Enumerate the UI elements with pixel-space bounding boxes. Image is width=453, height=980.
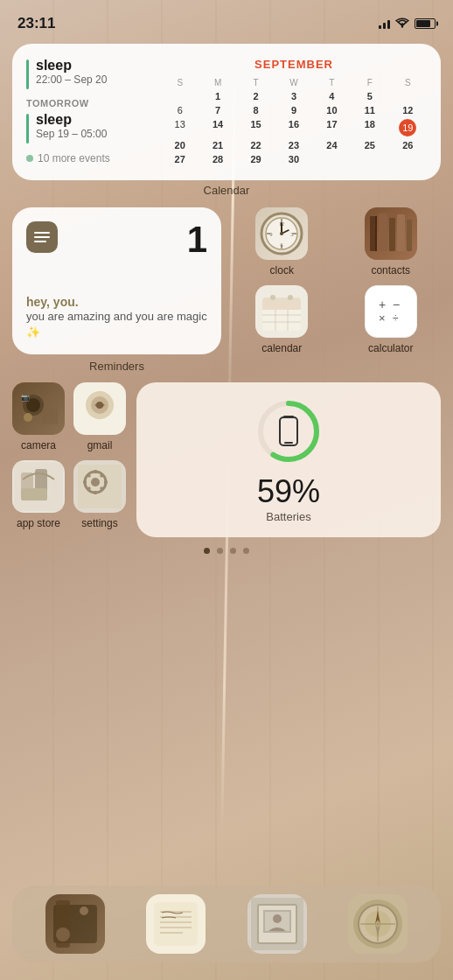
dock-phone[interactable] (45, 894, 105, 954)
page-dot-4[interactable] (243, 548, 249, 554)
right-col-apps: 12 3 6 9 clock (232, 207, 441, 354)
svg-rect-63 (283, 416, 294, 417)
row3-section: 📷 camera (12, 382, 441, 537)
svg-rect-61 (280, 417, 297, 445)
svg-text:9: 9 (270, 232, 273, 237)
page-dot-2[interactable] (217, 548, 223, 554)
status-bar: 23:11 (0, 0, 453, 38)
calendar-widget[interactable]: sleep 22:00 – Sep 20 TOMORROW sleep Sep … (12, 44, 441, 180)
app-row-top: 12 3 6 9 clock (232, 207, 441, 276)
svg-text:📷: 📷 (21, 393, 30, 402)
gmail-label: gmail (87, 439, 113, 452)
svg-point-0 (401, 25, 403, 27)
contacts-label: contacts (371, 264, 410, 276)
mini-calendar: SEPTEMBER S M T W T F S · 1 2 3 4 5 · 6 (161, 58, 427, 166)
clock-face-wrap: 12 3 6 9 (255, 207, 308, 260)
svg-rect-68 (154, 902, 198, 946)
signal-bar-1 (379, 25, 381, 29)
right-col-spacer (232, 358, 441, 374)
settings-icon-img (73, 460, 126, 513)
svg-point-50 (91, 478, 100, 486)
contacts-app[interactable]: contacts (341, 207, 442, 276)
reminders-label: Reminders (12, 358, 221, 374)
appstore-label: app store (17, 517, 60, 529)
contacts-icon-img (365, 207, 417, 260)
svg-point-31 (288, 295, 293, 300)
camera-label: camera (21, 439, 56, 452)
svg-line-58 (87, 487, 90, 490)
battery-percentage: 59% (257, 473, 320, 510)
svg-line-57 (101, 474, 103, 477)
row2-labels: Reminders (12, 358, 441, 374)
tomorrow-label: TOMORROW (26, 98, 149, 108)
reminders-count: 1 (187, 221, 207, 258)
svg-rect-18 (379, 214, 387, 251)
svg-rect-21 (407, 220, 412, 251)
clock-app[interactable]: 12 3 6 9 clock (232, 207, 332, 276)
clock-icon-img: 12 3 6 9 (255, 207, 308, 260)
reminders-widget[interactable]: 1 hey, you. you are amazing and you are … (12, 207, 221, 354)
tomorrow-event-subtitle: Sep 19 – 05:00 (36, 128, 107, 140)
svg-rect-47 (21, 488, 47, 500)
reminders-hey: hey, you. (26, 295, 207, 309)
app-row-camera-gmail: 📷 camera (12, 382, 126, 452)
calendar-app[interactable]: calendar (232, 285, 332, 354)
clock-label: clock (270, 264, 294, 276)
row2-section: 1 hey, you. you are amazing and you are … (12, 207, 441, 354)
battery-circle (254, 396, 324, 466)
svg-text:×: × (379, 312, 386, 325)
page-dot-3[interactable] (230, 548, 236, 554)
svg-text:−: − (393, 298, 400, 312)
app-store-app[interactable]: app store (12, 460, 65, 529)
event-title: sleep (36, 58, 107, 74)
signal-icon (379, 18, 390, 29)
left-apps: 📷 camera (12, 382, 126, 537)
cal-month: SEPTEMBER (161, 58, 427, 71)
batteries-widget[interactable]: 59% Batteries (136, 382, 441, 537)
cal-header-m: M (199, 76, 236, 89)
today-cell: 19 (399, 119, 416, 136)
dock-notes[interactable] (146, 894, 206, 954)
settings-app[interactable]: settings (73, 460, 126, 529)
calendar-icon-img (255, 285, 308, 338)
signal-bar-3 (387, 20, 390, 29)
status-time: 23:11 (17, 15, 55, 32)
calculator-icon-img: + − × ÷ (365, 285, 417, 338)
svg-point-78 (273, 914, 282, 923)
dock (12, 886, 441, 962)
app-row-appstore-settings: app store (12, 460, 126, 529)
calculator-app[interactable]: + − × ÷ calculator (341, 285, 442, 354)
svg-text:6: 6 (281, 242, 283, 248)
page-dot-1[interactable] (204, 548, 210, 554)
wifi-icon (395, 17, 409, 31)
calculator-label: calculator (368, 342, 413, 354)
cal-header-w: W (275, 76, 312, 89)
svg-rect-19 (389, 218, 395, 251)
cal-header-f: F (351, 76, 388, 89)
dock-compass[interactable] (348, 894, 408, 954)
cal-grid: S M T W T F S · 1 2 3 4 5 · 6 7 8 9 10 (161, 76, 427, 166)
svg-point-66 (56, 928, 70, 942)
tomorrow-event-title: sleep (36, 112, 107, 128)
gmail-app[interactable]: gmail (73, 382, 126, 452)
status-icons (379, 17, 436, 31)
dock-photos[interactable] (247, 894, 307, 954)
settings-label: settings (81, 517, 117, 529)
event-indicator-2 (26, 114, 29, 144)
batteries-label: Batteries (266, 510, 310, 523)
appstore-icon-img (12, 460, 65, 513)
svg-point-16 (280, 232, 283, 235)
svg-rect-20 (397, 214, 405, 251)
camera-app[interactable]: 📷 camera (12, 382, 65, 452)
reminders-sub: you are amazing and you are magic ✨ (26, 309, 207, 340)
svg-point-39 (24, 413, 32, 422)
svg-rect-25 (262, 306, 301, 310)
gmail-icon-img (73, 382, 126, 435)
cal-header-s1: S (161, 76, 199, 89)
camera-icon-img: 📷 (12, 382, 65, 435)
svg-point-30 (270, 295, 275, 300)
svg-rect-38 (42, 409, 58, 424)
svg-line-56 (101, 487, 103, 490)
calendar-events: sleep 22:00 – Sep 20 TOMORROW sleep Sep … (26, 58, 149, 166)
svg-text:3: 3 (291, 232, 294, 237)
